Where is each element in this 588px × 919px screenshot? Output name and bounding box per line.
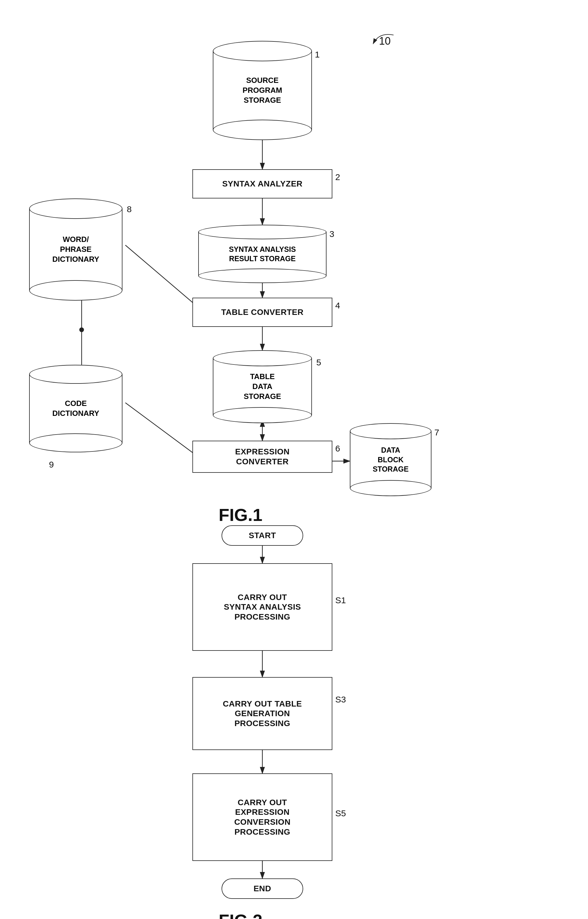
syntax-result-storage: SYNTAX ANALYSIS RESULT STORAGE <box>198 225 326 283</box>
node-number-4: 4 <box>335 301 340 311</box>
node-number-5: 5 <box>316 358 321 368</box>
node-number-9: 9 <box>49 460 54 470</box>
s3-label: S3 <box>335 695 346 705</box>
node-number-8: 8 <box>127 204 132 214</box>
s1-node: CARRY OUT SYNTAX ANALYSIS PROCESSING <box>192 563 332 651</box>
data-block-storage: DATA BLOCK STORAGE <box>350 423 431 496</box>
s3-node: CARRY OUT TABLE GENERATION PROCESSING <box>192 677 332 750</box>
node-number-1: 1 <box>315 50 320 60</box>
node-number-6: 6 <box>335 444 340 454</box>
node-number-2: 2 <box>335 172 340 182</box>
fig2-label: FIG.2 <box>219 911 262 919</box>
table-converter: TABLE CONVERTER <box>192 298 332 327</box>
diagram-container: 10 SOURCE PROGRAM STORAGE 1 SYNTAX ANALY… <box>0 0 588 919</box>
s5-node: CARRY OUT EXPRESSION CONVERSION PROCESSI… <box>192 773 332 861</box>
word-phrase-dictionary: WORD/ PHRASE DICTIONARY <box>29 198 123 301</box>
source-program-storage: SOURCE PROGRAM STORAGE <box>213 41 312 140</box>
node-number-3: 3 <box>330 229 334 239</box>
start-node: START <box>221 525 303 546</box>
node-number-7: 7 <box>435 428 439 438</box>
table-data-storage: TABLE DATA STORAGE <box>213 350 312 423</box>
fig1-label: FIG.1 <box>219 505 262 525</box>
expression-converter: EXPRESSION CONVERTER <box>192 441 332 473</box>
end-node: END <box>221 878 303 899</box>
s5-label: S5 <box>335 809 346 819</box>
code-dictionary: CODE DICTIONARY <box>29 365 123 452</box>
s1-label: S1 <box>335 595 346 605</box>
fig1-number-arrow <box>350 29 408 52</box>
syntax-analyzer: SYNTAX ANALYZER <box>192 169 332 198</box>
svg-point-11 <box>79 327 84 332</box>
